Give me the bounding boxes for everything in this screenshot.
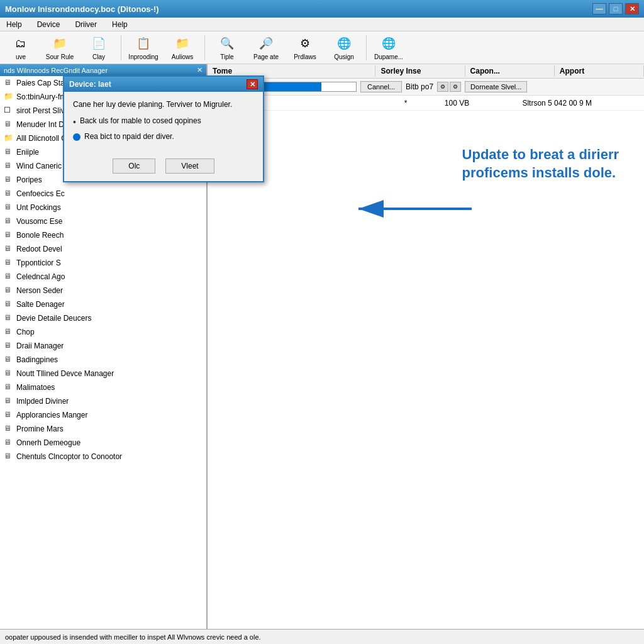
dialog-titlebar: Device: laet ✕ [64, 77, 263, 92]
dorneate-button[interactable]: Dorneate Slvel... [465, 81, 527, 92]
maximize-button[interactable]: □ [609, 3, 623, 14]
inprooding-icon: 📋 [135, 35, 152, 52]
list-item[interactable]: 🖥Badingpines [0, 353, 206, 367]
list-item-label: Cenfoecics Ec [16, 189, 65, 198]
list-item-label: Redoot Devel [16, 245, 62, 253]
arrow-annotation [346, 193, 472, 225]
auliows-icon: 📁 [174, 35, 191, 52]
menu-help[interactable]: Help [4, 19, 25, 30]
toolbar-btn-clay[interactable]: 📄 Clay [80, 33, 117, 62]
list-item[interactable]: 🖥Chentuls Clncoptor to Conootor [0, 450, 206, 464]
col-capon[interactable]: Capon... [465, 65, 555, 77]
list-item[interactable]: 🖥Celedncal Ago [0, 270, 206, 284]
monitor-icon: 🖥 [4, 161, 14, 171]
table-row[interactable]: Torsorder * 100 VB Sltrson 5 04 2 00 9 M [208, 96, 644, 111]
option1-text: Back uls for mable to cosed qopines [80, 116, 201, 125]
toolbar-btn-tiple[interactable]: 🔍 Tiple [209, 33, 245, 62]
title-bar: Monlow Inisrondondocy.boc (Ditonos-!) — … [0, 0, 644, 18]
list-item[interactable]: 🖥Bonole Reech [0, 228, 206, 242]
col-apport[interactable]: Apport [555, 65, 644, 77]
list-item-label: Noutt Tllined Devce Manager [16, 369, 114, 378]
list-item[interactable]: 🖥Unt Pockings [0, 201, 206, 214]
list-item-label: Vousomc Ese [16, 217, 62, 226]
monitor-icon: 🖥 [4, 410, 14, 420]
list-item-label: Unt Pockings [16, 203, 61, 212]
dialog-close-button[interactable]: ✕ [247, 79, 258, 89]
dialog-option1: • Back uls for mable to cosed qopines [73, 116, 254, 127]
toolbar-btn-prdlaws[interactable]: ⚙ Prdlaws [287, 33, 323, 62]
right-content: Torsorder * 100 VB Sltrson 5 04 2 00 9 M… [208, 96, 644, 629]
list-item[interactable]: 🖥Imlpded Diviner [0, 394, 206, 408]
list-item-label: Chop [16, 328, 35, 336]
minimize-button[interactable]: — [592, 3, 606, 14]
nerkes-icons: ⚙ ⚙ [437, 82, 461, 92]
qusign-icon: 🌐 [335, 35, 353, 52]
dialog-body: Cane her luy devie planing. Terviver to … [64, 92, 263, 153]
toolbar-btn-inprooding[interactable]: 📋 Inprooding [125, 33, 162, 62]
list-item-label: Celedncal Ago [16, 272, 65, 281]
col-sorley[interactable]: Sorley Inse [375, 65, 465, 77]
close-panel-icon[interactable]: ✕ [197, 66, 203, 74]
annotation-text: Update to breat a dirierr proficems inst… [462, 146, 619, 182]
checkbox-icon: ☐ [4, 106, 14, 116]
menu-driiver[interactable]: Driiver [72, 19, 99, 30]
toolbar-btn-auliows[interactable]: 📁 Auliows [164, 33, 201, 62]
menu-device[interactable]: Device [35, 19, 63, 30]
cell-star: * [367, 99, 445, 108]
option2-text: Rea bict to npaid der diver. [84, 132, 174, 141]
prdlaws-icon: ⚙ [296, 35, 314, 52]
monitor-icon: 🖥 [4, 369, 14, 379]
dupame-icon: 🌐 [380, 35, 397, 52]
list-item[interactable]: 🖥Malimatoes [0, 380, 206, 394]
list-item[interactable]: 🖥Draii Manager [0, 339, 206, 353]
monitor-icon: 🖥 [4, 272, 14, 282]
list-item-label: Draii Manager [16, 341, 64, 350]
close-button[interactable]: ✕ [625, 3, 639, 14]
list-item[interactable]: 🖥Promine Mars [0, 422, 206, 436]
pageate-icon: 🔎 [257, 35, 275, 52]
toolbar-btn-pageate[interactable]: 🔎 Page ate [248, 33, 284, 62]
toolbar-sep3 [366, 35, 367, 60]
list-item-label: Badingpines [16, 355, 58, 364]
monitor-icon: 🖥 [4, 119, 14, 130]
dialog-title: Device: laet [69, 80, 111, 89]
cancel-button[interactable]: Cannel... [360, 81, 402, 92]
list-item[interactable]: 🖥Nerson Seder [0, 284, 206, 297]
device-dialog: Device: laet ✕ Cane her luy devie planin… [63, 75, 264, 182]
list-item[interactable]: 🖥Onnerh Demeogue [0, 436, 206, 450]
uve-icon: 🗂 [12, 35, 30, 52]
toolbar-btn-sourRule[interactable]: 📁 Sour Rule [42, 33, 78, 62]
toolbar-btn-uve[interactable]: 🗂 uve [3, 33, 39, 62]
list-item[interactable]: 🖥Tpponticior S [0, 256, 206, 270]
sourRule-icon: 📁 [51, 35, 69, 52]
list-item-label: Devie Detaile Deucers [16, 314, 91, 323]
monitor-icon: 🖥 [4, 424, 14, 434]
progress-fill [257, 82, 321, 91]
list-item[interactable]: 🖥Devie Detaile Deucers [0, 311, 206, 325]
monitor-icon: 🖥 [4, 355, 14, 365]
monitor-icon: 🖥 [4, 299, 14, 309]
monitor-icon: 🖥 [4, 396, 14, 406]
monitor-icon: 🖥 [4, 147, 14, 157]
toolbar: 🗂 uve 📁 Sour Rule 📄 Clay 📋 Inprooding 📁 … [0, 31, 644, 64]
list-item[interactable]: 🖥Cenfoecics Ec [0, 187, 206, 201]
ok-button[interactable]: Olc [113, 158, 155, 174]
list-item[interactable]: 🖥Redoot Devel [0, 242, 206, 256]
list-item-label: Onnerh Demeogue [16, 438, 80, 447]
toolbar-btn-dupame[interactable]: 🌐 Dupame... [370, 33, 407, 62]
dialog-message: Cane her luy devie planing. Terviver to … [73, 99, 254, 110]
dialog-footer: Olc Vleet [64, 153, 263, 181]
list-item[interactable]: 🖥Vousomc Ese [0, 214, 206, 228]
toolbar-btn-qusign[interactable]: 🌐 Qusign [326, 33, 362, 62]
list-item[interactable]: 🖥Applorancies Manger [0, 408, 206, 422]
view-button[interactable]: Vleet [165, 158, 214, 174]
icon1: ⚙ [437, 82, 448, 92]
list-item[interactable]: 🖥Noutt Tllined Devce Manager [0, 367, 206, 380]
list-item[interactable]: 🖥Salte Denager [0, 297, 206, 311]
radio-button[interactable] [73, 133, 80, 141]
clay-icon: 📄 [90, 35, 108, 52]
menu-help2[interactable]: Help [109, 19, 130, 30]
list-item-label: Tpponticior S [16, 258, 61, 267]
dialog-option2[interactable]: Rea bict to npaid der diver. [73, 132, 254, 141]
list-item[interactable]: 🖥Chop [0, 325, 206, 339]
